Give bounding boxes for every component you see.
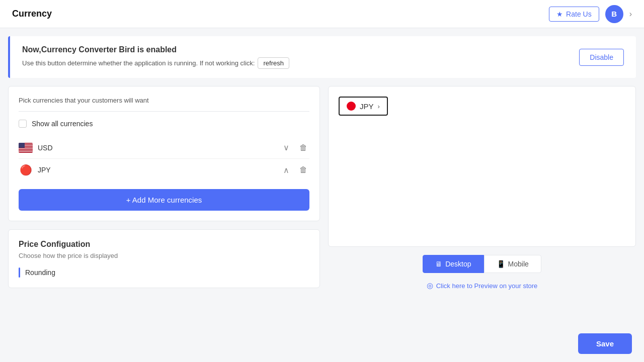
app-header: Currency ★ Rate Us B › (0, 0, 644, 28)
desktop-tab[interactable]: 🖥 Desktop (423, 255, 484, 273)
usd-expand-button[interactable]: ∨ (281, 142, 291, 153)
rounding-label: Rounding (25, 268, 55, 277)
right-panel: JPY › 🖥 Desktop 📱 Mobile ◎ Click here to… (328, 86, 636, 298)
mobile-tab[interactable]: 📱 Mobile (484, 255, 541, 273)
us-flag-icon (19, 143, 33, 153)
show-all-label[interactable]: Show all currencies (32, 120, 93, 128)
jpy-flag-dot (347, 102, 356, 111)
disable-button[interactable]: Disable (579, 49, 624, 66)
jp-flag-icon: 🔴 (19, 164, 33, 176)
preview-store-link[interactable]: ◎ Click here to Preview on your store (427, 281, 538, 290)
divider (19, 111, 309, 112)
price-config-title: Price Configuation (19, 240, 309, 249)
mobile-icon: 📱 (497, 260, 505, 268)
desktop-icon: 🖥 (435, 260, 442, 268)
price-config-card: Price Configuation Choose how the price … (8, 229, 320, 288)
currency-picker-card: Pick currencies that your customers will… (8, 86, 320, 221)
usd-delete-button[interactable]: 🗑 (297, 142, 309, 153)
pick-label: Pick currencies that your customers will… (19, 97, 309, 104)
jpy-widget-chevron: › (378, 103, 380, 110)
currency-code-jpy: JPY (38, 166, 51, 174)
preview-link-area: ◎ Click here to Preview on your store (328, 273, 636, 298)
preview-link-icon: ◎ (427, 281, 433, 290)
left-panel: Pick currencies that your customers will… (8, 86, 320, 298)
currency-code-usd: USD (38, 144, 53, 152)
jpy-actions: ∧ 🗑 (281, 164, 309, 176)
add-currencies-button[interactable]: + Add More currencies (19, 189, 309, 211)
rate-us-button[interactable]: ★ Rate Us (549, 7, 599, 22)
preview-tabs: 🖥 Desktop 📱 Mobile (328, 255, 636, 273)
currency-row-jpy: 🔴 JPY ∧ 🗑 (19, 159, 309, 181)
refresh-button[interactable]: refresh (258, 57, 289, 69)
banner-content: Now,Currency Converter Bird is enabled U… (22, 45, 289, 69)
chevron-down-icon[interactable]: › (629, 10, 632, 19)
rounding-row: Rounding (19, 267, 309, 278)
currency-left-jpy: 🔴 JPY (19, 164, 51, 176)
price-config-subtitle: Choose how the price is displayed (19, 252, 309, 259)
rounding-bar (19, 267, 20, 278)
header-actions: ★ Rate Us B › (549, 5, 632, 23)
jpy-collapse-button[interactable]: ∧ (281, 164, 291, 176)
currency-row-usd: USD ∨ 🗑 (19, 137, 309, 159)
jpy-widget-label: JPY (360, 102, 374, 111)
preview-card: JPY › (328, 86, 636, 247)
show-all-checkbox[interactable] (19, 120, 27, 128)
avatar[interactable]: B (605, 5, 623, 23)
show-all-row: Show all currencies (19, 120, 309, 128)
jpy-delete-button[interactable]: 🗑 (297, 164, 309, 175)
banner-title: Now,Currency Converter Bird is enabled (22, 45, 289, 54)
app-title: Currency (12, 9, 52, 19)
main-layout: Pick currencies that your customers will… (0, 86, 644, 306)
jpy-widget[interactable]: JPY › (339, 97, 388, 116)
banner-subtitle: Use this button determine whether the ap… (22, 57, 289, 69)
star-icon: ★ (556, 10, 563, 18)
status-banner: Now,Currency Converter Bird is enabled U… (8, 36, 636, 78)
usd-actions: ∨ 🗑 (281, 142, 309, 153)
currency-left-usd: USD (19, 143, 53, 153)
